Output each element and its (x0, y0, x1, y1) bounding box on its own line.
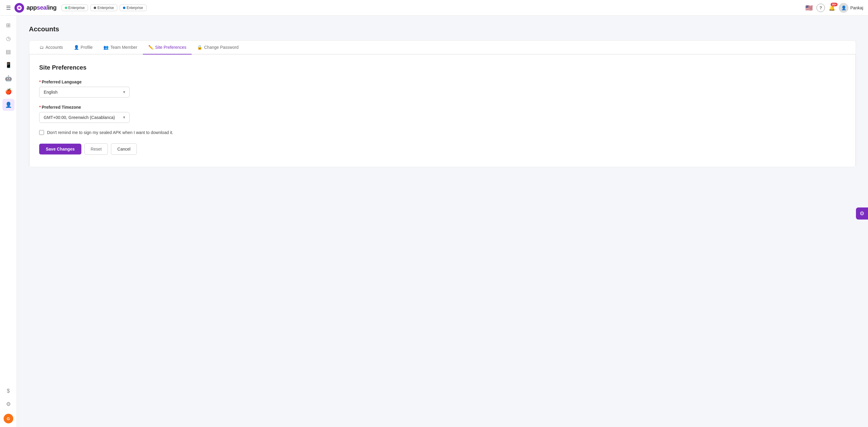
topbar-right: 🇺🇸 ? 🔔 30+ 👤 Pankaj (805, 3, 863, 13)
password-tab-icon: 🔒 (197, 45, 202, 50)
save-changes-button[interactable]: Save Changes (39, 144, 82, 155)
plan-apple-label: Enterprise (97, 6, 114, 10)
apple-dot (94, 7, 96, 9)
android-dot (65, 7, 67, 9)
plan-android-label: Enterprise (68, 6, 85, 10)
topbar: ☰ appsealing Enterprise Enterprise Enter… (0, 0, 868, 15)
floating-settings-button[interactable]: ⚙ (856, 207, 868, 220)
form-container: Site Preferences * Preferred Language En… (29, 55, 856, 167)
hamburger-button[interactable]: ☰ (5, 3, 12, 12)
language-label: * Preferred Language (39, 79, 846, 84)
checkbox-row: Don't remind me to sign my sealed APK wh… (39, 130, 846, 135)
tab-preferences-label: Site Preferences (155, 45, 187, 50)
cancel-button[interactable]: Cancel (111, 143, 137, 155)
sidebar-item-analytics[interactable]: ◷ (2, 33, 14, 44)
timezone-label: * Preferred Timezone (39, 105, 846, 109)
tab-team-member[interactable]: 👥 Team Member (98, 41, 143, 55)
apk-reminder-checkbox[interactable] (39, 130, 44, 135)
language-label-text: Preferred Language (41, 79, 82, 84)
tabs-container: 🗂 Accounts 👤 Profile 👥 Team Member ✏️ Si… (29, 40, 856, 167)
timezone-label-text: Preferred Timezone (41, 105, 81, 109)
tab-team-label: Team Member (110, 45, 137, 50)
plan-badge-windows[interactable]: Enterprise (120, 4, 147, 11)
plan-badge-apple[interactable]: Enterprise (90, 4, 117, 11)
tab-site-preferences[interactable]: ✏️ Site Preferences (143, 41, 192, 55)
logo-icon (14, 3, 24, 13)
brand-name: appsealing (27, 4, 57, 11)
timezone-field: * Preferred Timezone GMT+00:00, Greenwic… (39, 105, 846, 123)
floating-settings-icon: ⚙ (860, 210, 864, 217)
timezone-select[interactable]: GMT+00:00, Greenwich (Casablanca) GMT+05… (39, 112, 130, 123)
user-name-label: Pankaj (850, 5, 863, 10)
g2-review-icon[interactable]: G (4, 414, 13, 423)
team-tab-icon: 👥 (103, 45, 108, 50)
windows-dot (123, 7, 125, 9)
tab-accounts[interactable]: 🗂 Accounts (34, 41, 68, 55)
plan-windows-label: Enterprise (127, 6, 143, 10)
language-select-wrapper: English Korean Japanese Chinese ▼ (39, 87, 130, 98)
plan-badge-android[interactable]: Enterprise (61, 4, 88, 11)
reset-button[interactable]: Reset (84, 143, 108, 155)
apk-reminder-label: Don't remind me to sign my sealed APK wh… (47, 130, 173, 135)
sidebar-item-mobile[interactable]: 📱 (2, 59, 14, 71)
sidebar: ⊞ ◷ ▤ 📱 🤖 🍎 👤 $ ⚙ G (0, 15, 17, 427)
main-area: ⊞ ◷ ▤ 📱 🤖 🍎 👤 $ ⚙ G Accounts 🗂 Accounts (0, 15, 868, 427)
language-required: * (39, 79, 41, 84)
sidebar-item-billing[interactable]: $ (2, 385, 14, 397)
logo-area: appsealing (14, 3, 57, 13)
help-button[interactable]: ? (816, 4, 825, 12)
language-flag-button[interactable]: 🇺🇸 (805, 4, 813, 11)
tabs-row: 🗂 Accounts 👤 Profile 👥 Team Member ✏️ Si… (29, 41, 856, 55)
accounts-tab-icon: 🗂 (39, 45, 44, 50)
notifications-button[interactable]: 🔔 30+ (829, 4, 835, 11)
sidebar-item-users[interactable]: 👤 (2, 99, 14, 111)
notification-badge: 30+ (831, 3, 838, 6)
sidebar-item-reports[interactable]: ▤ (2, 46, 14, 58)
user-menu[interactable]: 👤 Pankaj (839, 3, 863, 13)
timezone-select-wrapper: GMT+00:00, Greenwich (Casablanca) GMT+05… (39, 112, 130, 123)
sidebar-item-robot[interactable]: 🤖 (2, 72, 14, 84)
timezone-required: * (39, 105, 41, 109)
sidebar-item-dashboard[interactable]: ⊞ (2, 19, 14, 31)
user-avatar: 👤 (839, 3, 848, 13)
tab-profile-label: Profile (81, 45, 93, 50)
tab-profile[interactable]: 👤 Profile (68, 41, 98, 55)
content-area: Accounts 🗂 Accounts 👤 Profile 👥 Team Mem… (17, 15, 868, 427)
page-title: Accounts (29, 25, 856, 33)
language-select[interactable]: English Korean Japanese Chinese (39, 87, 130, 98)
preferences-tab-icon: ✏️ (148, 45, 153, 50)
tab-accounts-label: Accounts (45, 45, 63, 50)
tab-change-password[interactable]: 🔒 Change Password (192, 41, 244, 55)
logo-inner (17, 5, 22, 10)
form-title: Site Preferences (39, 64, 846, 71)
profile-tab-icon: 👤 (74, 45, 79, 50)
sidebar-item-apple[interactable]: 🍎 (2, 86, 14, 98)
tab-password-label: Change Password (204, 45, 239, 50)
buttons-row: Save Changes Reset Cancel (39, 143, 846, 155)
language-field: * Preferred Language English Korean Japa… (39, 79, 846, 98)
sidebar-item-settings[interactable]: ⚙ (2, 398, 14, 410)
